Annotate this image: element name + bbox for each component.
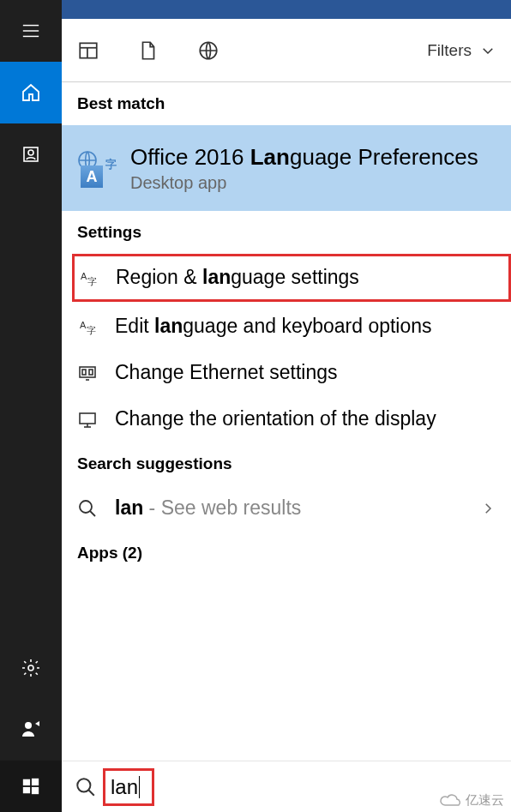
setting-title: Change the orientation of the display [115,406,496,432]
chevron-down-icon [480,43,496,58]
setting-title: Change Ethernet settings [115,360,496,386]
apps-header[interactable]: Apps (2) [62,532,511,574]
svg-rect-18 [89,370,93,375]
results-panel: Filters Best match A 字 Office 2016 Langu… [62,19,511,812]
svg-rect-17 [82,370,86,375]
start-button[interactable] [0,761,62,812]
setting-title: Region & language settings [116,265,493,291]
chevron-right-icon [480,501,496,516]
search-input[interactable]: lan [103,768,154,806]
language-icon: A字 [78,268,99,288]
settings-button[interactable] [0,637,62,699]
svg-rect-20 [80,413,95,424]
best-match-header: Best match [62,82,511,125]
web-filter-icon[interactable] [197,39,219,62]
home-button[interactable] [0,62,62,123]
svg-line-24 [90,511,95,516]
svg-point-23 [80,501,92,513]
svg-text:A: A [80,320,87,330]
filters-dropdown[interactable]: Filters [427,41,496,60]
menu-button[interactable] [0,0,62,62]
svg-point-4 [28,150,33,155]
display-icon [77,409,98,430]
setting-ethernet[interactable]: Change Ethernet settings [62,350,511,396]
web-search-suggestion[interactable]: lan - See web results [62,485,511,532]
ethernet-icon [77,363,98,383]
feedback-button[interactable] [0,699,62,761]
settings-header: Settings [62,211,511,254]
svg-point-25 [77,779,90,791]
svg-text:字: 字 [87,325,96,335]
search-icon [77,498,98,519]
contact-card-button[interactable] [0,123,62,185]
svg-rect-29 [23,787,30,793]
documents-filter-icon[interactable] [137,39,159,62]
setting-display-orientation[interactable]: Change the orientation of the display [62,396,511,442]
setting-title: Edit language and keyboard options [115,314,496,340]
best-match-subtitle: Desktop app [130,173,496,193]
office-language-icon: A 字 [77,150,113,186]
setting-region-language[interactable]: A字 Region & language settings [72,254,511,302]
svg-text:字: 字 [87,276,97,286]
svg-point-5 [28,665,33,671]
svg-rect-7 [80,43,97,57]
filters-label: Filters [427,41,472,60]
svg-line-26 [88,790,94,796]
search-suggestions-header: Search suggestions [62,442,511,485]
svg-rect-28 [32,779,39,785]
svg-point-6 [25,722,32,729]
setting-edit-language[interactable]: A字 Edit language and keyboard options [62,304,511,350]
svg-rect-30 [32,787,39,794]
filter-tabs: Filters [62,19,511,82]
left-rail [0,0,62,812]
best-match-result[interactable]: A 字 Office 2016 Language Preferences Des… [62,125,511,211]
search-icon [69,776,103,798]
watermark: 亿速云 [438,792,504,809]
best-match-title: Office 2016 Language Preferences [130,143,496,172]
svg-rect-27 [23,779,30,785]
web-suggestion-text: lan - See web results [115,496,463,521]
svg-text:A: A [81,271,87,281]
apps-filter-icon[interactable] [77,39,99,62]
language-icon: A字 [77,316,98,337]
